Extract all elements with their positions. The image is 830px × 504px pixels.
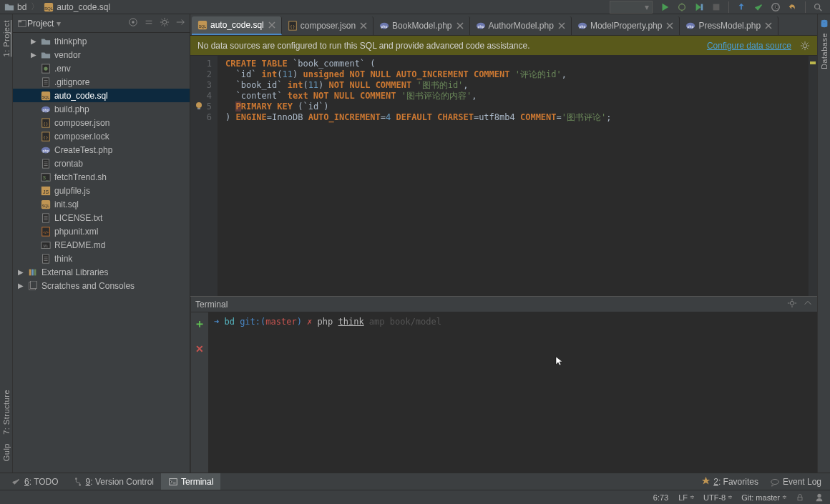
code-line[interactable]: ) ENGINE=InnoDB AUTO_INCREMENT=4 DEFAULT… bbox=[225, 112, 817, 123]
editor-tab[interactable]: { }composer.json bbox=[282, 16, 374, 35]
settings-icon[interactable] bbox=[160, 17, 170, 29]
vcs-update-icon[interactable] bbox=[736, 2, 746, 12]
editor-tab[interactable]: phpAuthorModel.php bbox=[470, 16, 572, 35]
gutter-line[interactable]: 2 bbox=[190, 69, 218, 80]
expand-icon[interactable]: ▶ bbox=[17, 282, 24, 290]
gutter-line[interactable]: 1 bbox=[190, 59, 218, 69]
tree-item-label: gulpfile.js bbox=[54, 186, 90, 196]
strip-gulp[interactable]: Gulp bbox=[2, 442, 11, 463]
warning-marker[interactable] bbox=[810, 61, 816, 64]
vcs-history-icon[interactable] bbox=[771, 2, 781, 12]
tree-file[interactable]: ▶LICENSE.txt bbox=[13, 211, 190, 224]
chevron-down-icon[interactable]: ▾ bbox=[57, 19, 61, 29]
vcs-tab[interactable]: 9: Version Control bbox=[66, 473, 161, 490]
svg-point-16 bbox=[44, 66, 47, 70]
tree-folder[interactable]: ▶External Libraries bbox=[13, 265, 190, 279]
close-session-button[interactable]: ✕ bbox=[195, 343, 204, 355]
terminal-tab[interactable]: Terminal bbox=[161, 473, 220, 490]
event-log-tab[interactable]: Event Log bbox=[770, 477, 821, 487]
code-line[interactable]: `id` int(11) unsigned NOT NULL AUTO_INCR… bbox=[225, 69, 817, 80]
vcs-commit-icon[interactable] bbox=[753, 2, 763, 12]
gutter-line[interactable]: 5 bbox=[190, 102, 218, 112]
expand-icon[interactable]: ▶ bbox=[17, 268, 24, 276]
tree-file[interactable]: ▶SQLauto_code.sql bbox=[13, 89, 190, 102]
search-everywhere-icon[interactable] bbox=[813, 2, 823, 12]
run-icon[interactable] bbox=[660, 2, 670, 12]
close-icon[interactable] bbox=[268, 21, 275, 29]
editor-body[interactable]: 123456 CREATE TABLE `book_comment` ( `id… bbox=[190, 56, 817, 296]
tree-folder[interactable]: ▶Scratches and Consoles bbox=[13, 279, 190, 292]
code-line[interactable]: `content` text NOT NULL COMMENT '图书评论的内容… bbox=[225, 91, 817, 102]
strip-structure[interactable]: 7: Structure bbox=[2, 388, 11, 436]
collapse-all-icon[interactable] bbox=[144, 17, 154, 29]
tree-file[interactable]: ▶{ }composer.lock bbox=[13, 129, 190, 143]
line-separator[interactable]: LF≑ bbox=[678, 493, 693, 502]
tree-file[interactable]: ▶.gitignore bbox=[13, 75, 190, 89]
editor-tab[interactable]: phpPressModel.php bbox=[680, 16, 778, 35]
code-line[interactable]: `book_id` int(11) NOT NULL COMMENT '图书的i… bbox=[225, 80, 817, 91]
vcs-revert-icon[interactable] bbox=[788, 2, 798, 12]
tree-file[interactable]: ▶think bbox=[13, 252, 190, 265]
gutter-line[interactable]: 6 bbox=[190, 112, 218, 123]
project-tree[interactable]: ▶thinkphp▶vendor▶.env▶.gitignore▶SQLauto… bbox=[13, 33, 190, 473]
hide-panel-icon[interactable] bbox=[175, 17, 185, 29]
expand-icon[interactable]: ▶ bbox=[30, 37, 37, 45]
hector-icon[interactable] bbox=[814, 493, 824, 503]
tree-file[interactable]: ▶SQLinit.sql bbox=[13, 197, 190, 211]
breadcrumb-project[interactable]: bd bbox=[4, 2, 26, 12]
scroll-from-source-icon[interactable] bbox=[128, 17, 138, 29]
editor-tab[interactable]: SQLauto_code.sql bbox=[192, 16, 282, 35]
run-with-coverage-icon[interactable] bbox=[694, 2, 704, 12]
close-icon[interactable] bbox=[456, 22, 464, 29]
tree-folder[interactable]: ▶vendor bbox=[13, 48, 190, 61]
tree-file[interactable]: ▶</>phpunit.xml bbox=[13, 224, 190, 238]
todo-tab[interactable]: 6: TODO bbox=[4, 473, 66, 490]
gear-icon[interactable] bbox=[800, 41, 810, 51]
git-branch[interactable]: Git: master≑ bbox=[741, 493, 786, 502]
file-encoding[interactable]: UTF-8≑ bbox=[703, 493, 731, 502]
close-icon[interactable] bbox=[558, 22, 565, 29]
close-icon[interactable] bbox=[765, 22, 772, 29]
configure-link[interactable]: Configure data source bbox=[707, 41, 791, 51]
tree-file[interactable]: ▶crontab bbox=[13, 157, 190, 170]
strip-database[interactable]: Database bbox=[819, 19, 829, 71]
marker-strip[interactable] bbox=[809, 56, 817, 296]
gutter-line[interactable]: 4 bbox=[190, 91, 218, 102]
editor-tab[interactable]: phpBookModel.php bbox=[374, 16, 469, 35]
code-area[interactable]: CREATE TABLE `book_comment` ( `id` int(1… bbox=[218, 56, 817, 296]
tree-file[interactable]: ▶.env bbox=[13, 61, 190, 75]
breadcrumb-file[interactable]: SQL auto_code.sql bbox=[44, 2, 110, 12]
project-panel: Project ▾ ▶thinkphp▶vendor▶.env▶.gitigno… bbox=[13, 14, 190, 473]
gutter-line[interactable]: 3 bbox=[190, 80, 218, 91]
tree-file[interactable]: ▶phpbuild.php bbox=[13, 102, 190, 116]
tree-file[interactable]: ▶phpCreateTest.php bbox=[13, 143, 190, 157]
terminal-output[interactable]: ➜ bd git:(master) ✗ php think amp book/m… bbox=[208, 312, 817, 473]
lock-icon[interactable] bbox=[796, 493, 804, 502]
new-session-button[interactable]: ＋ bbox=[194, 317, 205, 332]
favorites-tab[interactable]: 2: Favorites bbox=[701, 476, 758, 488]
stop-icon[interactable] bbox=[711, 2, 721, 12]
strip-project[interactable]: 1: Project bbox=[2, 19, 11, 58]
svg-point-14 bbox=[162, 20, 166, 24]
intention-bulb-icon[interactable] bbox=[195, 102, 203, 113]
run-config-dropdown[interactable]: ▾ bbox=[610, 1, 653, 14]
debug-icon[interactable] bbox=[677, 2, 687, 12]
expand-icon[interactable]: ▶ bbox=[30, 51, 37, 59]
hide-panel-icon[interactable] bbox=[803, 298, 813, 310]
tree-file[interactable]: ▶$_fetchTrend.sh bbox=[13, 170, 190, 184]
editor-gutter[interactable]: 123456 bbox=[190, 56, 218, 296]
editor-tab[interactable]: phpModelProperty.php bbox=[572, 16, 680, 35]
close-icon[interactable] bbox=[666, 22, 673, 29]
strip-gulp-label: Gulp bbox=[2, 443, 11, 461]
tree-file[interactable]: ▶JSgulpfile.js bbox=[13, 184, 190, 197]
code-line[interactable]: PRIMARY KEY (`id`) bbox=[225, 102, 817, 112]
strip-structure-label: 7: Structure bbox=[2, 390, 11, 435]
tree-file[interactable]: ▶{ }composer.json bbox=[13, 116, 190, 129]
tree-folder[interactable]: ▶thinkphp bbox=[13, 34, 190, 48]
svg-point-61 bbox=[790, 301, 794, 305]
close-icon[interactable] bbox=[360, 22, 367, 29]
tree-file[interactable]: ▶M↓README.md bbox=[13, 238, 190, 252]
settings-icon[interactable] bbox=[787, 298, 797, 310]
caret-pos[interactable]: 6:73 bbox=[653, 493, 668, 502]
code-line[interactable]: CREATE TABLE `book_comment` ( bbox=[225, 59, 817, 69]
